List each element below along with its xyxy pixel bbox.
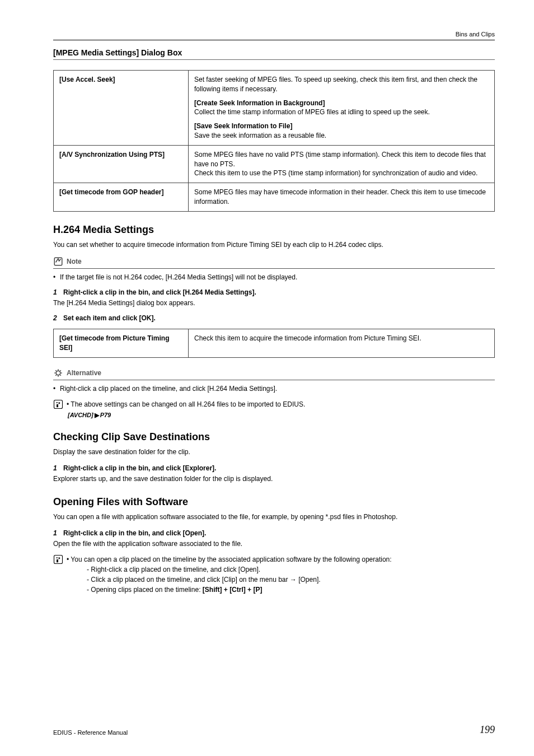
opt-body: Some MPEG files have no valid PTS (time …: [189, 145, 495, 183]
rule: [53, 59, 495, 60]
step-number: 2: [53, 314, 57, 322]
alternative-label: Alternative: [67, 369, 101, 377]
step-1: 1 Right-click a clip in the bin, and cli…: [53, 529, 495, 538]
rule: [53, 268, 495, 269]
note-item: If the target file is not H.264 codec, […: [53, 272, 495, 282]
footer-left: EDIUS - Reference Manual: [53, 729, 128, 736]
dash-text: Opening clips placed on the timeline:: [91, 586, 202, 594]
header-rule: [53, 40, 495, 40]
step-text: Set each item and click [OK].: [63, 314, 156, 322]
opt-subhead: [Create Seek Information in Background]: [194, 99, 489, 108]
key-combo: [Shift] + [Ctrl] + [P]: [203, 586, 263, 594]
page-footer: EDIUS - Reference Manual 199: [53, 724, 495, 736]
info-icon: [53, 399, 63, 409]
xref-page: P79: [100, 412, 111, 418]
svg-point-1: [56, 371, 60, 375]
page-number: 199: [480, 724, 495, 736]
opt-label: [Get timecode from GOP header]: [54, 183, 189, 212]
step-result: Explorer starts up, and the save destina…: [53, 474, 495, 484]
step-number: 1: [53, 288, 57, 296]
dash-item: Opening clips placed on the timeline: [S…: [87, 585, 495, 595]
h264-lead: You can set whether to acquire timecode …: [53, 240, 495, 250]
step-text: Right-click a clip in the bin, and click…: [63, 464, 216, 472]
opt-subhead: [Save Seek Information to File]: [194, 122, 489, 131]
table-row: [Get timecode from GOP header] Some MPEG…: [54, 183, 495, 212]
note-icon: [53, 256, 63, 267]
mpeg-dialog-title: [MPEG Media Settings] Dialog Box: [53, 48, 495, 57]
alternative-block: Alternative Right-click a clip placed on…: [53, 368, 495, 394]
note-block: Note If the target file is not H.264 cod…: [53, 256, 495, 282]
dash-item: Click a clip placed on the timeline, and…: [87, 575, 495, 585]
mpeg-options-table: [Use Accel. Seek] Set faster seeking of …: [53, 70, 495, 212]
header-category: Bins and Clips: [53, 31, 495, 38]
alternative-item: Right-click a clip placed on the timelin…: [53, 384, 495, 394]
opt-subbody: Save the seek information as a reusable …: [194, 132, 326, 139]
xref-label: [AVCHD]: [68, 412, 93, 418]
table-row: [A/V Synchronization Using PTS] Some MPE…: [54, 145, 495, 183]
step-2: 2 Set each item and click [OK].: [53, 314, 495, 323]
info-text: You can open a clip placed on the timeli…: [71, 556, 391, 563]
step-1: 1 Right-click a clip in the bin, and cli…: [53, 288, 495, 297]
h264-title: H.264 Media Settings: [53, 224, 495, 236]
opt-label: [Use Accel. Seek]: [54, 71, 189, 146]
table-row: [Use Accel. Seek] Set faster seeking of …: [54, 71, 495, 146]
opt-text: Set faster seeking of MPEG files. To spe…: [194, 76, 477, 93]
step-text: Right-click a clip in the bin, and click…: [63, 529, 206, 537]
opt-body: Some MPEG files may have timecode inform…: [189, 183, 495, 212]
step-1: 1 Right-click a clip in the bin, and cli…: [53, 464, 495, 473]
step-result: The [H.264 Media Settings] dialog box ap…: [53, 298, 495, 308]
svg-point-3: [57, 402, 58, 403]
opt-body: Check this item to acquire the timecode …: [189, 329, 495, 358]
info-row: • The above settings can be changed on a…: [53, 399, 495, 409]
note-label: Note: [67, 258, 82, 265]
info-row: • You can open a clip placed on the time…: [53, 554, 495, 595]
svg-point-5: [57, 557, 58, 558]
table-row: [Get timecode from Picture Timing SEI] C…: [54, 329, 495, 358]
opening-title: Opening Files with Software: [53, 496, 495, 508]
opt-label: [A/V Synchronization Using PTS]: [54, 145, 189, 183]
rule: [53, 380, 495, 380]
opt-label: [Get timecode from Picture Timing SEI]: [54, 329, 189, 358]
step-text: Right-click a clip in the bin, and click…: [63, 288, 256, 296]
opt-body: Set faster seeking of MPEG files. To spe…: [189, 71, 495, 146]
step-result: Open the file with the application softw…: [53, 539, 495, 549]
info-text: The above settings can be changed on all…: [71, 400, 305, 408]
dash-item: Right-click a clip placed on the timelin…: [87, 564, 495, 575]
triangle-icon: ▶: [95, 412, 99, 419]
h264-option-table: [Get timecode from Picture Timing SEI] C…: [53, 329, 495, 358]
step-number: 1: [53, 464, 57, 472]
info-icon: [53, 554, 63, 564]
cross-reference: [AVCHD]▶ P79: [68, 412, 495, 419]
savedest-title: Checking Clip Save Destinations: [53, 431, 495, 443]
savedest-lead: Display the save destination folder for …: [53, 447, 495, 457]
step-number: 1: [53, 529, 57, 537]
alternative-icon: [53, 368, 63, 378]
opening-lead: You can open a file with application sof…: [53, 512, 495, 522]
opt-subbody: Collect the time stamp information of MP…: [194, 108, 430, 116]
